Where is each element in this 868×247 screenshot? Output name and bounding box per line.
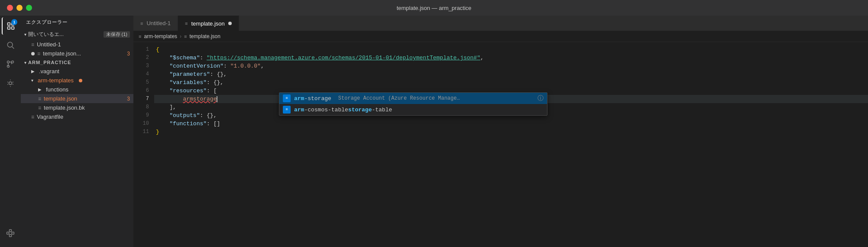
line-num-3: 3 [133,62,154,70]
svg-line-5 [12,47,14,49]
open-file-untitled1-label: Untitled-1 [37,41,61,48]
code-content[interactable]: { "$schema": "https://schema.management.… [154,42,868,247]
breadcrumb-sep: › [180,33,181,39]
autocomplete-item-arm-storage[interactable]: ≡ arm-storage Storage Account (Azure Res… [279,93,547,104]
code-line-1: { [154,46,868,54]
debug-activity-icon[interactable] [2,75,19,92]
svg-rect-0 [8,23,10,26]
source-control-activity-icon[interactable] [2,55,19,73]
minimize-button[interactable] [16,5,23,11]
code-line-4: "parameters": {}, [154,70,868,78]
autocomplete-item-arm-cosmos[interactable]: ≡ arm-cosmos-tablestorage-table [279,104,547,115]
unsaved-badge: 未保存 (1) [104,31,130,38]
autocomplete-rest-2a: -cosmos-table [304,107,348,113]
autocomplete-detail-1: Storage Account (Azure Resource Manage… [338,95,460,101]
tab-bar: ≡ Untitled-1 ≡ template.json [133,16,868,31]
autocomplete-match-2a: arm [294,107,304,113]
open-file-template-json[interactable]: ≡ template.json... 3 [21,49,133,58]
open-file-template-json-label: template.json... [43,50,81,57]
tab-icon-template-json: ≡ [185,21,188,26]
folder-arm-templates[interactable]: ▾ arm-templates [21,76,133,85]
explorer-activity-icon[interactable]: 1 [2,17,19,35]
search-activity-icon[interactable] [2,36,19,54]
breadcrumb-template-json[interactable]: template.json [190,33,220,39]
tab-template-json-dot [228,22,232,25]
svg-point-7 [12,61,14,63]
tab-template-json[interactable]: ≡ template.json [178,16,239,31]
line-num-5: 5 [133,78,154,87]
tab-untitled1[interactable]: ≡ Untitled-1 [133,16,178,31]
open-editors-chevron: ▾ [24,32,26,37]
file-icon-untitled1: ≡ [31,42,34,48]
breadcrumb-arm-templates[interactable]: arm-templates [144,33,177,39]
file-template-json-tree[interactable]: ≡ template.json 3 [21,94,133,103]
extensions-activity-icon[interactable] [2,224,19,242]
vagrant-chevron: ▶ [31,69,35,74]
autocomplete-dropdown[interactable]: ≡ arm-storage Storage Account (Azure Res… [279,92,547,116]
svg-rect-10 [7,232,9,234]
line-num-4: 4 [133,70,154,78]
line-num-7: 7 [133,95,154,103]
workspace-section[interactable]: ▾ ARM_PRACTICE [21,58,133,67]
line-num-11: 11 [133,128,154,136]
window-controls [7,5,32,11]
svg-rect-11 [10,230,12,232]
file-vagrantfile[interactable]: ≡ Vagrantfile [21,112,133,121]
activity-bar: 1 [0,16,21,247]
close-button[interactable] [7,5,13,11]
modified-dot-template [31,52,35,55]
info-icon-1[interactable]: ⓘ [538,94,544,102]
code-line-3: "contentVersion": "1.0.0.0", [154,62,868,70]
svg-rect-2 [8,27,10,29]
autocomplete-rest-1: -storage [304,95,331,102]
autocomplete-match-2b: storage [348,107,372,113]
tab-untitled1-label: Untitled-1 [146,20,171,26]
autocomplete-icon-2: ≡ [283,106,291,114]
open-file-untitled1[interactable]: ≡ Untitled-1 [21,40,133,49]
autocomplete-icon-1: ≡ [283,94,291,102]
autocomplete-match-1: arm [294,95,304,102]
file-icon-tmpl: ≡ [38,96,41,102]
svg-rect-3 [12,27,14,29]
line-num-8: 8 [133,103,154,111]
titlebar: template.json — arm_practice [0,0,868,16]
autocomplete-rest-2b: -table [372,107,392,113]
breadcrumb-icon-2: ≡ [184,34,187,39]
line-numbers: 1 2 3 4 5 6 7 8 9 10 11 [133,42,154,247]
autocomplete-label-2: arm-cosmos-tablestorage-table [294,107,392,113]
svg-rect-13 [12,232,14,234]
breadcrumb-icon-1: ≡ [139,34,141,39]
svg-point-6 [7,61,10,63]
folder-functions[interactable]: ▶ functions [21,85,133,94]
file-icon-vagrantfile: ≡ [31,114,34,120]
svg-point-4 [7,42,13,47]
svg-rect-12 [10,234,12,237]
folder-arm-templates-label: arm-templates [38,77,74,84]
line-num-1: 1 [133,46,154,54]
editor-area: ≡ Untitled-1 ≡ template.json ≡ arm-templ… [133,16,868,247]
code-line-11: } [154,128,868,136]
line-num-9: 9 [133,111,154,120]
code-line-2: "$schema": "https://schema.management.az… [154,54,868,62]
line-num-6: 6 [133,87,154,95]
arm-templates-chevron: ▾ [31,78,33,83]
functions-chevron: ▶ [38,87,42,92]
workspace-chevron: ▾ [24,60,26,65]
breadcrumb: ≡ arm-templates › ≡ template.json [133,31,868,42]
autocomplete-label-1: arm-storage [294,95,331,102]
code-line-5: "variables": {}, [154,78,868,87]
main-layout: 1 [0,16,868,247]
open-editors-label: 開いているエ... [28,31,104,38]
folder-vagrant-label: .vagrant [39,68,59,75]
file-template-json-bk[interactable]: ≡ template.json.bk [21,103,133,112]
folder-vagrant[interactable]: ▶ .vagrant [21,67,133,76]
svg-point-9 [9,82,12,85]
sidebar-header: エクスプローラー [21,16,133,29]
code-line-10: "functions": [] [154,120,868,128]
code-editor: 1 2 3 4 5 6 7 8 9 10 11 { "$schema": "ht… [133,42,868,247]
template-json-modnum: 3 [127,51,130,57]
open-editors-section[interactable]: ▾ 開いているエ... 未保存 (1) [21,29,133,40]
window-title: template.json — arm_practice [397,5,472,11]
maximize-button[interactable] [26,5,32,11]
file-icon-template-json: ≡ [37,51,40,57]
